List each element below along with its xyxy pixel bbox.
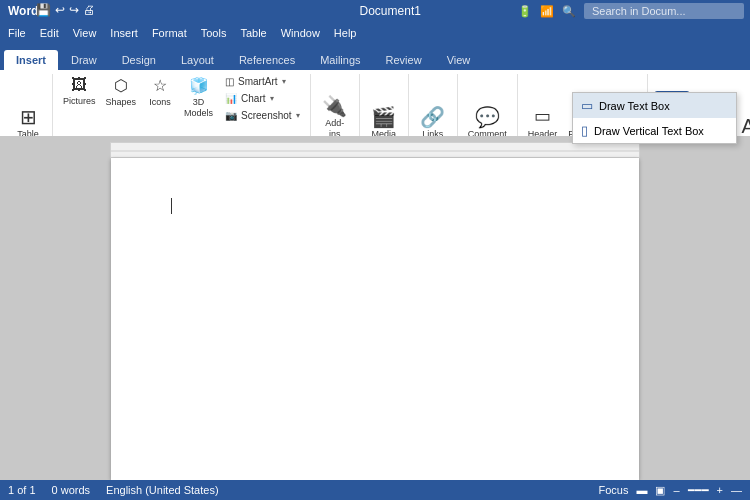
addins-buttons: 🔌 Add-ins (317, 74, 353, 142)
print-icon[interactable]: 🖨 (83, 3, 95, 17)
wifi-icon: 📶 (540, 5, 554, 18)
menu-file[interactable]: File (8, 27, 26, 39)
status-bar: 1 of 1 0 words English (United States) F… (0, 480, 750, 500)
menu-bar: File Edit View Insert Format Tools Table… (0, 22, 750, 44)
shapes-icon: ⬡ (114, 76, 128, 95)
3d-models-button[interactable]: 🧊 3DModels (180, 74, 217, 121)
screenshot-arrow: ▾ (296, 111, 300, 120)
menu-help[interactable]: Help (334, 27, 357, 39)
tab-design[interactable]: Design (110, 50, 168, 70)
word-count-status: 0 words (52, 484, 91, 496)
title-bar-left: Word (8, 4, 38, 18)
tab-layout[interactable]: Layout (169, 50, 226, 70)
links-icon: 🔗 (420, 107, 445, 127)
view-normal-icon[interactable]: ▬ (636, 484, 647, 496)
shapes-button[interactable]: ⬡ Shapes (102, 74, 141, 110)
undo-icon[interactable]: ↩ (55, 3, 65, 17)
document-page[interactable] (111, 158, 639, 480)
chart-label: Chart (241, 93, 265, 104)
screenshot-icon: 📷 (225, 110, 237, 121)
tables-buttons: ⊞ Table (10, 74, 46, 142)
screenshot-button[interactable]: 📷 Screenshot ▾ (221, 108, 304, 123)
screenshot-label: Screenshot (241, 110, 292, 121)
pictures-icon: 🖼 (71, 76, 87, 94)
addins-button[interactable]: 🔌 Add-ins (317, 94, 353, 142)
draw-vertical-textbox-item[interactable]: ▯ Draw Vertical Text Box (573, 118, 736, 143)
system-icons: 🔋 📶 🔍 (518, 3, 744, 19)
zoom-in-icon[interactable]: + (717, 484, 723, 496)
search-input[interactable] (584, 3, 744, 19)
ribbon-tabs: Insert Draw Design Layout References Mai… (0, 44, 750, 70)
draw-textbox-item[interactable]: ▭ Draw Text Box (573, 93, 736, 118)
icons-button[interactable]: ☆ Icons (142, 74, 178, 110)
focus-button[interactable]: Focus (598, 484, 628, 496)
status-right: Focus ▬ ▣ – ━━━ + — (598, 484, 742, 497)
addins-icon: 🔌 (322, 96, 347, 116)
menu-window[interactable]: Window (281, 27, 320, 39)
table-icon: ⊞ (20, 107, 37, 127)
tab-review[interactable]: Review (374, 50, 434, 70)
pictures-label: Pictures (63, 96, 96, 107)
zoom-slider[interactable]: ━━━ (688, 484, 709, 497)
comments-buttons: 💬 Comment (464, 74, 511, 142)
chart-arrow: ▾ (270, 94, 274, 103)
smartart-arrow: ▾ (282, 77, 286, 86)
draw-textbox-icon: ▭ (581, 98, 593, 113)
redo-icon[interactable]: ↪ (69, 3, 79, 17)
document-title: Document1 (360, 4, 421, 18)
smartart-icon: ◫ (225, 76, 234, 87)
view-layout-icon[interactable]: ▣ (655, 484, 665, 497)
page-status: 1 of 1 (8, 484, 36, 496)
icons-label: Icons (149, 97, 171, 108)
tab-draw[interactable]: Draw (59, 50, 109, 70)
draw-vertical-textbox-icon: ▯ (581, 123, 588, 138)
battery-icon: 🔋 (518, 5, 532, 18)
media-icon: 🎬 (371, 107, 396, 127)
header-icon: ▭ (534, 105, 551, 127)
tab-view[interactable]: View (435, 50, 483, 70)
dropcap-icon: A (742, 115, 750, 138)
shapes-label: Shapes (106, 97, 137, 108)
quick-access-toolbar: 💾 ↩ ↪ 🖨 (36, 3, 95, 17)
chart-icon: 📊 (225, 93, 237, 104)
smartart-label: SmartArt (238, 76, 277, 87)
status-left: 1 of 1 0 words English (United States) (8, 484, 219, 496)
app-logo: Word (8, 4, 38, 18)
zoom-out-icon[interactable]: – (673, 484, 679, 496)
comment-icon: 💬 (475, 107, 500, 127)
illustrations-sub: ◫ SmartArt ▾ 📊 Chart ▾ 📷 Screenshot ▾ (221, 74, 304, 123)
tab-insert[interactable]: Insert (4, 50, 58, 70)
save-icon[interactable]: 💾 (36, 3, 51, 17)
search-icon[interactable]: 🔍 (562, 5, 576, 18)
links-buttons: 🔗 Links (415, 74, 451, 142)
icons-icon: ☆ (153, 76, 167, 95)
menu-view[interactable]: View (73, 27, 97, 39)
document-area (0, 136, 750, 480)
draw-vertical-textbox-label: Draw Vertical Text Box (594, 125, 704, 137)
text-cursor (171, 198, 172, 214)
menu-tools[interactable]: Tools (201, 27, 227, 39)
3d-models-icon: 🧊 (189, 76, 209, 95)
svg-rect-0 (111, 143, 639, 157)
3d-models-label: 3DModels (184, 97, 213, 119)
menu-format[interactable]: Format (152, 27, 187, 39)
menu-table[interactable]: Table (240, 27, 266, 39)
title-bar: Word 💾 ↩ ↪ 🖨 Document1 🔋 📶 🔍 (0, 0, 750, 22)
smartart-button[interactable]: ◫ SmartArt ▾ (221, 74, 304, 89)
tab-references[interactable]: References (227, 50, 307, 70)
menu-insert[interactable]: Insert (110, 27, 138, 39)
zoom-level: — (731, 484, 742, 496)
draw-textbox-label: Draw Text Box (599, 100, 670, 112)
ruler (110, 142, 640, 158)
illustrations-top: 🖼 Pictures ⬡ Shapes ☆ Icons 🧊 3DModels ◫… (59, 74, 304, 123)
media-buttons: 🎬 Media (366, 74, 402, 142)
textbox-dropdown: ▭ Draw Text Box ▯ Draw Vertical Text Box (572, 92, 737, 144)
menu-edit[interactable]: Edit (40, 27, 59, 39)
chart-button[interactable]: 📊 Chart ▾ (221, 91, 304, 106)
tab-mailings[interactable]: Mailings (308, 50, 372, 70)
pictures-button[interactable]: 🖼 Pictures (59, 74, 100, 109)
language-status: English (United States) (106, 484, 219, 496)
